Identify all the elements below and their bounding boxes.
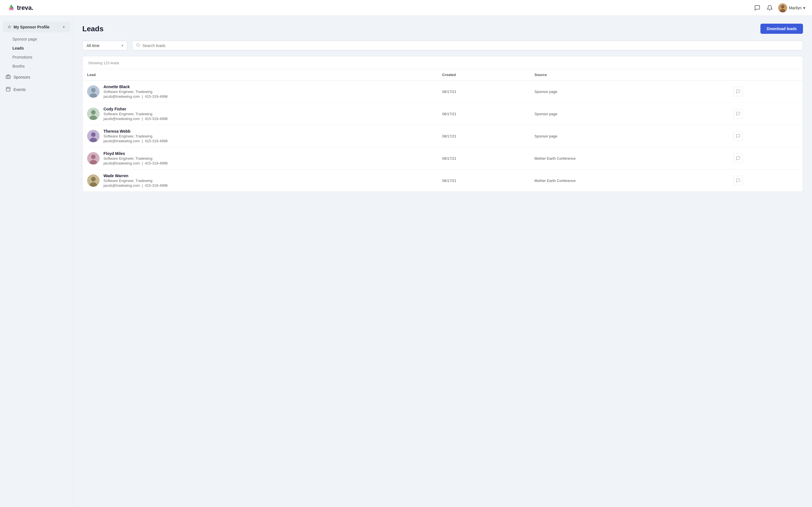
filters-row: All time ▾ <box>82 41 803 50</box>
leads-content-card: Showing 123 leads Lead Created Source An… <box>82 56 803 192</box>
lead-cell-4: Floyd Miles Software Engineer, Tradewing… <box>83 147 438 170</box>
lead-name-3: Theresa Webb <box>103 129 168 133</box>
sidebar-item-events[interactable]: Events <box>0 83 73 96</box>
lead-name-5: Wade Warren <box>103 173 168 178</box>
star-icon: ☆ <box>7 24 11 30</box>
layout: ☆ My Sponsor Profile ▾ Sponsor page Lead… <box>0 16 812 507</box>
user-avatar <box>778 3 787 12</box>
lead-name-1: Annette Black <box>103 84 168 89</box>
lead-info-1: Annette Black Software Engineer, Tradewi… <box>103 84 168 99</box>
sidebar-item-booths-label: Booths <box>12 64 25 68</box>
table-header-row: Lead Created Source <box>83 69 803 80</box>
bell-icon-button[interactable] <box>766 4 774 12</box>
user-name: Marilyn <box>789 6 802 10</box>
col-action <box>729 69 803 80</box>
svg-point-1 <box>781 5 784 8</box>
sidebar-item-promotions[interactable]: Promotions <box>0 53 73 62</box>
svg-point-20 <box>91 155 96 159</box>
lead-action-3 <box>729 125 803 147</box>
sidebar-item-booths[interactable]: Booths <box>0 62 73 71</box>
page-header: Leads Download leads <box>82 24 803 34</box>
svg-point-14 <box>91 110 96 115</box>
lead-source-4: Mother Earth Conference <box>530 147 729 170</box>
leads-table: Lead Created Source Annette Black Softwa… <box>83 69 803 191</box>
lead-created-4: 08/17/21 <box>438 147 530 170</box>
lead-created-3: 08/17/21 <box>438 125 530 147</box>
svg-point-17 <box>91 132 96 137</box>
lead-contact-2: jacob@tradewing.com | 415-319-4998 <box>103 117 168 121</box>
lead-created-5: 08/17/21 <box>438 170 530 192</box>
sidebar-item-leads[interactable]: Leads <box>0 44 73 53</box>
user-chevron-icon: ▾ <box>803 6 805 10</box>
lead-contact-3: jacob@tradewing.com | 415-319-4998 <box>103 139 168 143</box>
lead-comment-button-4[interactable] <box>733 154 743 163</box>
lead-avatar-4 <box>87 152 100 165</box>
sponsor-chevron-icon: ▾ <box>63 25 64 29</box>
lead-source-3: Sponsor page <box>530 125 729 147</box>
chat-icon-button[interactable] <box>753 4 761 12</box>
lead-title-5: Software Engineer, Tradewing <box>103 179 168 183</box>
lead-created-2: 08/17/21 <box>438 103 530 125</box>
showing-label: Showing 123 leads <box>83 56 803 69</box>
lead-info-3: Theresa Webb Software Engineer, Tradewin… <box>103 129 168 143</box>
lead-title-3: Software Engineer, Tradewing <box>103 134 168 138</box>
lead-info-2: Cody Fisher Software Engineer, Tradewing… <box>103 107 168 121</box>
lead-comment-button-5[interactable] <box>733 176 743 185</box>
svg-point-11 <box>91 88 96 93</box>
sidebar-item-sponsor-page[interactable]: Sponsor page <box>0 35 73 44</box>
sidebar-item-sponsors[interactable]: Sponsors <box>0 71 73 83</box>
sidebar-sponsor-profile[interactable]: ☆ My Sponsor Profile ▾ <box>3 21 70 33</box>
lead-avatar-5 <box>87 174 100 187</box>
lead-title-2: Software Engineer, Tradewing <box>103 112 168 116</box>
topnav-right: Marilyn ▾ <box>753 3 805 12</box>
search-input[interactable] <box>142 43 799 48</box>
lead-comment-button-1[interactable] <box>733 87 743 96</box>
lead-action-1 <box>729 80 803 103</box>
sidebar-item-leads-label: Leads <box>12 46 24 50</box>
sidebar-item-sponsor-page-label: Sponsor page <box>12 37 37 41</box>
lead-source-1: Sponsor page <box>530 80 729 103</box>
page-title: Leads <box>82 24 103 33</box>
lead-name-4: Floyd Miles <box>103 151 168 156</box>
lead-name-2: Cody Fisher <box>103 107 168 111</box>
time-filter[interactable]: All time ▾ <box>82 41 128 50</box>
lead-avatar-3 <box>87 130 100 142</box>
lead-cell-2: Cody Fisher Software Engineer, Tradewing… <box>83 103 438 125</box>
lead-source-2: Sponsor page <box>530 103 729 125</box>
lead-comment-button-2[interactable] <box>733 109 743 119</box>
sidebar: ☆ My Sponsor Profile ▾ Sponsor page Lead… <box>0 16 73 507</box>
logo[interactable]: treva. <box>7 3 34 12</box>
download-leads-button[interactable]: Download leads <box>760 24 803 34</box>
lead-action-2 <box>729 103 803 125</box>
svg-line-9 <box>139 46 140 47</box>
lead-contact-4: jacob@tradewing.com | 415-319-4998 <box>103 161 168 165</box>
table-row: Annette Black Software Engineer, Tradewi… <box>83 80 803 103</box>
table-row: Wade Warren Software Engineer, Tradewing… <box>83 170 803 192</box>
col-lead: Lead <box>83 69 438 80</box>
col-created: Created <box>438 69 530 80</box>
svg-rect-3 <box>6 75 10 78</box>
svg-point-23 <box>91 177 96 181</box>
search-icon <box>136 43 140 48</box>
col-source: Source <box>530 69 729 80</box>
main-content: Leads Download leads All time ▾ Showi <box>73 16 812 507</box>
lead-cell-1: Annette Black Software Engineer, Tradewi… <box>83 80 438 103</box>
table-row: Theresa Webb Software Engineer, Tradewin… <box>83 125 803 147</box>
search-box <box>132 41 803 50</box>
lead-info-5: Wade Warren Software Engineer, Tradewing… <box>103 173 168 187</box>
table-row: Cody Fisher Software Engineer, Tradewing… <box>83 103 803 125</box>
user-menu[interactable]: Marilyn ▾ <box>778 3 805 12</box>
lead-comment-button-3[interactable] <box>733 131 743 141</box>
svg-point-8 <box>137 44 139 46</box>
lead-cell-3: Theresa Webb Software Engineer, Tradewin… <box>83 125 438 147</box>
time-filter-label: All time <box>87 43 100 48</box>
lead-avatar-1 <box>87 86 100 98</box>
logo-icon <box>7 3 16 12</box>
svg-rect-4 <box>6 87 10 91</box>
sponsor-profile-label: My Sponsor Profile <box>13 25 50 29</box>
lead-contact-5: jacob@tradewing.com | 415-319-4998 <box>103 183 168 187</box>
sidebar-item-sponsors-label: Sponsors <box>13 75 30 79</box>
lead-action-4 <box>729 147 803 170</box>
lead-cell-5: Wade Warren Software Engineer, Tradewing… <box>83 170 438 192</box>
lead-action-5 <box>729 170 803 192</box>
